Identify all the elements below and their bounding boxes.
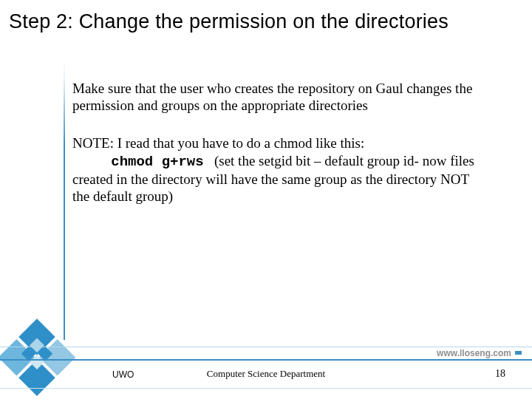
footer-url: www.lloseng.com	[437, 348, 511, 358]
body-text: Make sure that the user who creates the …	[72, 80, 482, 205]
url-endcap	[515, 351, 522, 355]
svg-rect-11	[30, 355, 44, 369]
code-snippet: chmod g+rws	[111, 154, 203, 170]
paragraph-1: Make sure that the user who creates the …	[72, 80, 482, 114]
page-number: 18	[495, 368, 505, 380]
corner-decoration	[0, 318, 96, 399]
slide: Step 2: Change the permission on the dir…	[0, 0, 532, 399]
svg-rect-4	[18, 318, 56, 356]
svg-rect-0	[18, 318, 56, 356]
code-indent	[72, 153, 111, 168]
divider-line	[0, 359, 532, 361]
svg-rect-8	[30, 338, 44, 352]
footer-center: Computer Science Department	[0, 368, 532, 380]
slide-title: Step 2: Change the permission on the dir…	[9, 10, 449, 33]
divider-line-thin	[0, 347, 532, 347]
note-line: NOTE: I read that you have to do a chmod…	[72, 135, 364, 151]
divider-line-bottom	[0, 388, 532, 389]
vertical-rule	[64, 59, 65, 340]
paragraph-2: NOTE: I read that you have to do a chmod…	[72, 134, 482, 205]
